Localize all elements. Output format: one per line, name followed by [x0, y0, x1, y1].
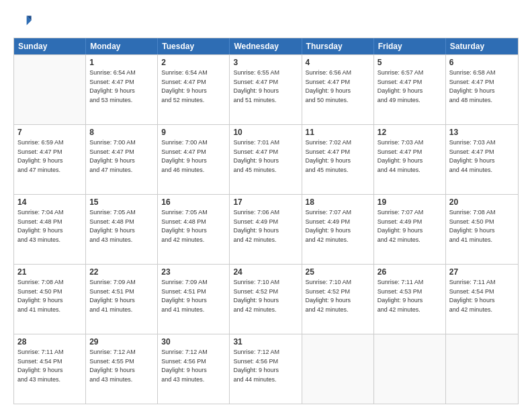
calendar-week: 7Sunrise: 6:59 AM Sunset: 4:47 PM Daylig… — [14, 124, 518, 194]
calendar-cell: 10Sunrise: 7:01 AM Sunset: 4:47 PM Dayli… — [230, 125, 302, 194]
day-info: Sunrise: 7:12 AM Sunset: 4:56 PM Dayligh… — [233, 348, 298, 384]
day-number: 7 — [17, 128, 82, 137]
calendar-header: SundayMondayTuesdayWednesdayThursdayFrid… — [14, 38, 518, 54]
weekday-header: Sunday — [14, 38, 86, 54]
day-number: 22 — [89, 267, 154, 277]
calendar-cell: 19Sunrise: 7:07 AM Sunset: 4:49 PM Dayli… — [374, 195, 446, 264]
day-number: 20 — [449, 197, 515, 207]
day-info: Sunrise: 7:11 AM Sunset: 4:53 PM Dayligh… — [378, 278, 442, 314]
day-info: Sunrise: 7:11 AM Sunset: 4:54 PM Dayligh… — [17, 348, 82, 384]
day-info: Sunrise: 6:59 AM Sunset: 4:47 PM Dayligh… — [17, 138, 82, 175]
calendar-cell: 8Sunrise: 7:00 AM Sunset: 4:47 PM Daylig… — [86, 125, 158, 194]
day-info: Sunrise: 6:54 AM Sunset: 4:47 PM Dayligh… — [161, 68, 226, 105]
day-info: Sunrise: 6:55 AM Sunset: 4:47 PM Dayligh… — [233, 68, 298, 105]
calendar-week: 1Sunrise: 6:54 AM Sunset: 4:47 PM Daylig… — [14, 54, 518, 124]
calendar-cell: 29Sunrise: 7:12 AM Sunset: 4:55 PM Dayli… — [86, 334, 158, 404]
day-number: 9 — [161, 128, 226, 137]
calendar-cell: 17Sunrise: 7:06 AM Sunset: 4:49 PM Dayli… — [230, 195, 302, 264]
calendar-body: 1Sunrise: 6:54 AM Sunset: 4:47 PM Daylig… — [14, 54, 518, 404]
calendar-week: 14Sunrise: 7:04 AM Sunset: 4:48 PM Dayli… — [14, 194, 518, 264]
calendar-week: 21Sunrise: 7:08 AM Sunset: 4:50 PM Dayli… — [14, 264, 518, 334]
calendar-cell: 30Sunrise: 7:12 AM Sunset: 4:56 PM Dayli… — [158, 334, 230, 404]
calendar-cell: 27Sunrise: 7:11 AM Sunset: 4:54 PM Dayli… — [446, 265, 518, 334]
day-number: 21 — [17, 267, 82, 277]
day-info: Sunrise: 7:02 AM Sunset: 4:47 PM Dayligh… — [306, 138, 370, 175]
day-number: 16 — [161, 197, 226, 207]
logo-icon — [13, 12, 32, 31]
calendar-cell: 21Sunrise: 7:08 AM Sunset: 4:50 PM Dayli… — [14, 265, 86, 334]
day-info: Sunrise: 7:11 AM Sunset: 4:54 PM Dayligh… — [449, 278, 515, 314]
day-info: Sunrise: 7:03 AM Sunset: 4:47 PM Dayligh… — [378, 138, 442, 175]
weekday-header: Friday — [374, 38, 446, 54]
calendar-cell: 18Sunrise: 7:07 AM Sunset: 4:49 PM Dayli… — [302, 195, 374, 264]
day-info: Sunrise: 7:08 AM Sunset: 4:50 PM Dayligh… — [449, 208, 515, 244]
calendar-cell: 9Sunrise: 7:00 AM Sunset: 4:47 PM Daylig… — [158, 125, 230, 194]
day-info: Sunrise: 6:54 AM Sunset: 4:47 PM Dayligh… — [89, 68, 154, 105]
day-number: 14 — [17, 197, 82, 207]
day-number: 29 — [89, 337, 154, 347]
day-info: Sunrise: 7:06 AM Sunset: 4:49 PM Dayligh… — [233, 208, 298, 244]
calendar-cell: 14Sunrise: 7:04 AM Sunset: 4:48 PM Dayli… — [14, 195, 86, 264]
calendar-cell: 25Sunrise: 7:10 AM Sunset: 4:52 PM Dayli… — [302, 265, 374, 334]
day-info: Sunrise: 7:12 AM Sunset: 4:55 PM Dayligh… — [89, 348, 154, 384]
day-info: Sunrise: 7:05 AM Sunset: 4:48 PM Dayligh… — [89, 208, 154, 244]
day-number: 24 — [233, 267, 298, 277]
day-number: 3 — [233, 58, 298, 67]
day-number: 26 — [378, 267, 442, 277]
calendar-cell: 1Sunrise: 6:54 AM Sunset: 4:47 PM Daylig… — [86, 55, 158, 124]
day-info: Sunrise: 7:04 AM Sunset: 4:48 PM Dayligh… — [17, 208, 82, 244]
day-number: 23 — [161, 267, 226, 277]
calendar-cell: 16Sunrise: 7:05 AM Sunset: 4:48 PM Dayli… — [158, 195, 230, 264]
day-info: Sunrise: 7:03 AM Sunset: 4:47 PM Dayligh… — [449, 138, 515, 175]
calendar-cell — [302, 334, 374, 404]
calendar-cell: 5Sunrise: 6:57 AM Sunset: 4:47 PM Daylig… — [374, 55, 446, 124]
day-info: Sunrise: 7:12 AM Sunset: 4:56 PM Dayligh… — [161, 348, 226, 384]
day-number: 1 — [89, 58, 154, 67]
weekday-header: Saturday — [446, 38, 518, 54]
calendar-cell — [446, 334, 518, 404]
day-number: 31 — [233, 337, 298, 347]
day-info: Sunrise: 7:00 AM Sunset: 4:47 PM Dayligh… — [161, 138, 226, 175]
calendar-cell: 12Sunrise: 7:03 AM Sunset: 4:47 PM Dayli… — [374, 125, 446, 194]
calendar-cell: 6Sunrise: 6:58 AM Sunset: 4:47 PM Daylig… — [446, 55, 518, 124]
day-number: 18 — [306, 197, 370, 207]
day-number: 5 — [378, 58, 442, 67]
calendar-cell: 24Sunrise: 7:10 AM Sunset: 4:52 PM Dayli… — [230, 265, 302, 334]
day-number: 2 — [161, 58, 226, 67]
page: SundayMondayTuesdayWednesdayThursdayFrid… — [0, 0, 532, 411]
day-info: Sunrise: 6:58 AM Sunset: 4:47 PM Dayligh… — [449, 68, 515, 105]
calendar-cell: 20Sunrise: 7:08 AM Sunset: 4:50 PM Dayli… — [446, 195, 518, 264]
day-info: Sunrise: 7:08 AM Sunset: 4:50 PM Dayligh… — [17, 278, 82, 314]
day-number: 15 — [89, 197, 154, 207]
calendar-cell — [14, 55, 86, 124]
calendar-cell: 4Sunrise: 6:56 AM Sunset: 4:47 PM Daylig… — [302, 55, 374, 124]
calendar-cell: 11Sunrise: 7:02 AM Sunset: 4:47 PM Dayli… — [302, 125, 374, 194]
day-info: Sunrise: 7:09 AM Sunset: 4:51 PM Dayligh… — [161, 278, 226, 314]
calendar-cell: 7Sunrise: 6:59 AM Sunset: 4:47 PM Daylig… — [14, 125, 86, 194]
day-info: Sunrise: 7:10 AM Sunset: 4:52 PM Dayligh… — [306, 278, 370, 314]
day-info: Sunrise: 7:01 AM Sunset: 4:47 PM Dayligh… — [233, 138, 298, 175]
day-info: Sunrise: 7:09 AM Sunset: 4:51 PM Dayligh… — [89, 278, 154, 314]
day-number: 19 — [378, 197, 442, 207]
day-number: 17 — [233, 197, 298, 207]
day-info: Sunrise: 7:00 AM Sunset: 4:47 PM Dayligh… — [89, 138, 154, 175]
calendar-cell: 13Sunrise: 7:03 AM Sunset: 4:47 PM Dayli… — [446, 125, 518, 194]
calendar-week: 28Sunrise: 7:11 AM Sunset: 4:54 PM Dayli… — [14, 334, 518, 404]
day-info: Sunrise: 7:07 AM Sunset: 4:49 PM Dayligh… — [306, 208, 370, 244]
day-info: Sunrise: 7:07 AM Sunset: 4:49 PM Dayligh… — [378, 208, 442, 244]
calendar: SundayMondayTuesdayWednesdayThursdayFrid… — [13, 38, 519, 404]
calendar-cell: 31Sunrise: 7:12 AM Sunset: 4:56 PM Dayli… — [230, 334, 302, 404]
day-number: 10 — [233, 128, 298, 137]
day-info: Sunrise: 7:05 AM Sunset: 4:48 PM Dayligh… — [161, 208, 226, 244]
day-number: 27 — [449, 267, 515, 277]
day-number: 25 — [306, 267, 370, 277]
day-number: 4 — [306, 58, 370, 67]
calendar-cell — [374, 334, 446, 404]
header — [13, 12, 519, 31]
weekday-header: Tuesday — [158, 38, 230, 54]
day-info: Sunrise: 6:57 AM Sunset: 4:47 PM Dayligh… — [378, 68, 442, 105]
day-info: Sunrise: 7:10 AM Sunset: 4:52 PM Dayligh… — [233, 278, 298, 314]
calendar-cell: 22Sunrise: 7:09 AM Sunset: 4:51 PM Dayli… — [86, 265, 158, 334]
calendar-cell: 23Sunrise: 7:09 AM Sunset: 4:51 PM Dayli… — [158, 265, 230, 334]
day-number: 8 — [89, 128, 154, 137]
